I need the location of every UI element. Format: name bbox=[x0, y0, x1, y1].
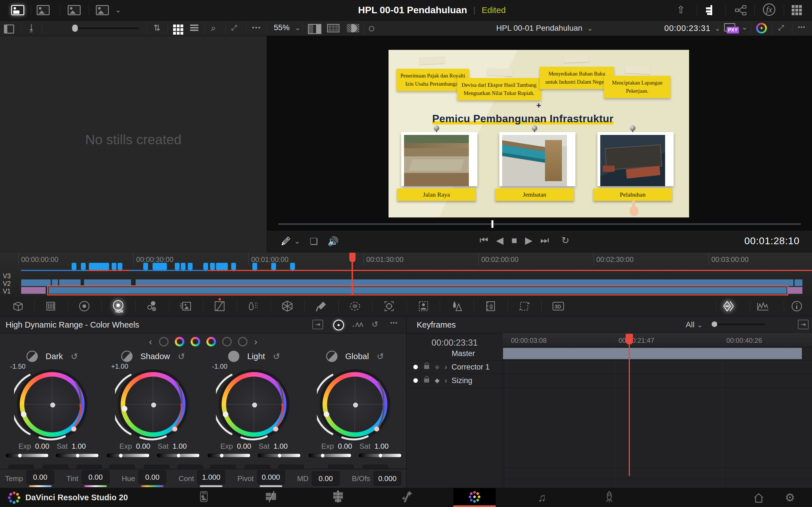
saturation-slider[interactable] bbox=[359, 453, 402, 457]
settings-gear-icon[interactable]: ⚙ bbox=[785, 491, 795, 504]
resolve-fx-enhance-icon[interactable]: ✦ bbox=[756, 23, 767, 34]
wheel-zone-icon[interactable] bbox=[228, 351, 239, 362]
info-panel-icon[interactable] bbox=[788, 299, 805, 313]
window-picker-icon[interactable] bbox=[313, 299, 330, 313]
page-deliver[interactable] bbox=[588, 488, 630, 507]
wheel-reset-icon[interactable]: ↺ bbox=[71, 351, 78, 361]
wheel-reset-icon[interactable]: ↺ bbox=[377, 351, 384, 361]
v1-clip[interactable] bbox=[49, 287, 786, 294]
power-window-icon[interactable] bbox=[347, 299, 363, 313]
wheel-control[interactable] bbox=[322, 372, 388, 437]
timeline-marker-flag[interactable] bbox=[290, 263, 295, 270]
timeline-marker-flag[interactable] bbox=[175, 263, 180, 270]
viewer-scrubber[interactable] bbox=[267, 217, 812, 230]
saturation-slider[interactable] bbox=[157, 453, 200, 457]
master-keyframe-bar[interactable] bbox=[503, 348, 802, 359]
stop-button[interactable]: ■ bbox=[511, 235, 517, 246]
search-icon[interactable]: ⌕ bbox=[211, 23, 216, 33]
expand-row-icon[interactable]: › bbox=[445, 363, 447, 372]
gallery-panel-toggle-icon[interactable] bbox=[4, 24, 14, 34]
keyframes-filter-select[interactable]: All ⌄ bbox=[686, 320, 703, 329]
split-screen-icon[interactable] bbox=[327, 24, 340, 33]
v2-clip[interactable] bbox=[136, 279, 794, 286]
sizing-icon[interactable] bbox=[516, 299, 532, 313]
v1-clip[interactable] bbox=[788, 287, 802, 294]
thumbnail-size-slider[interactable] bbox=[74, 27, 139, 29]
keyframes-row-corrector1[interactable]: ◆ › Corrector 1 bbox=[407, 361, 503, 373]
keyframes-panel-icon[interactable] bbox=[721, 299, 738, 313]
play-reverse-button[interactable]: ◀ bbox=[496, 235, 504, 246]
first-frame-button[interactable]: ⏮ bbox=[479, 235, 488, 246]
viewer-timeline-select[interactable]: HPL 00-01 Pendahuluan ⌄ bbox=[496, 24, 593, 33]
v2-clip[interactable] bbox=[795, 279, 802, 286]
v2-clip[interactable] bbox=[59, 279, 81, 286]
dock-panel-icon[interactable]: ⇥ bbox=[312, 320, 323, 329]
grab-still-icon[interactable] bbox=[11, 5, 24, 15]
project-home-icon[interactable] bbox=[752, 492, 765, 505]
v2-clip[interactable] bbox=[21, 279, 51, 286]
timeline-marker-flag[interactable] bbox=[117, 263, 122, 270]
list-view-icon[interactable] bbox=[190, 23, 199, 32]
album-icon[interactable] bbox=[96, 5, 109, 15]
saturation-slider[interactable] bbox=[258, 453, 301, 457]
waveform-mode-icon[interactable]: ᎐ᴧᴧ bbox=[351, 320, 363, 329]
stills-icon[interactable] bbox=[68, 5, 81, 15]
expand-gallery-icon[interactable]: ⤢ bbox=[231, 23, 237, 32]
viewer-options-icon[interactable]: ••• bbox=[798, 24, 806, 31]
viewer-zoom-select[interactable]: 55% ⌄ bbox=[274, 23, 301, 32]
hdr-wheels-icon[interactable]: HDR bbox=[110, 299, 126, 313]
stereo-3d-icon[interactable]: 3D bbox=[550, 299, 567, 313]
magic-mask-icon[interactable] bbox=[415, 299, 432, 313]
zone-next-icon[interactable]: › bbox=[254, 336, 257, 347]
color-picker-icon[interactable]: 🖉 bbox=[281, 236, 291, 247]
expand-row-icon[interactable]: › bbox=[445, 376, 447, 385]
key-icon[interactable] bbox=[482, 299, 499, 313]
v2-clip[interactable] bbox=[84, 279, 131, 286]
wheel-zone-icon[interactable] bbox=[27, 351, 38, 362]
thumbnail-size-knob[interactable] bbox=[72, 24, 78, 32]
wheel-zone-dot[interactable] bbox=[206, 337, 216, 346]
row-enable-dot[interactable] bbox=[413, 378, 418, 383]
page-media[interactable] bbox=[183, 488, 225, 507]
row-enable-dot[interactable] bbox=[413, 365, 418, 369]
color-wheels-icon[interactable] bbox=[76, 299, 93, 313]
timeline-marker-flag[interactable] bbox=[223, 263, 228, 270]
keyframes-row-master[interactable]: Master bbox=[407, 348, 503, 359]
saturation-slider[interactable] bbox=[56, 453, 99, 457]
page-edit[interactable] bbox=[317, 488, 360, 507]
viewer-timecode-group[interactable]: 00:00:23:31 ⌄ bbox=[664, 24, 721, 33]
play-forward-button[interactable]: ▶ bbox=[525, 235, 532, 246]
keyframe-diamond-icon[interactable]: ◆ bbox=[435, 363, 440, 371]
gallery-icon[interactable] bbox=[37, 5, 50, 15]
keyframes-row-sizing[interactable]: ◆ › Sizing bbox=[407, 374, 503, 387]
keyframes-zoom-slider[interactable] bbox=[714, 324, 765, 325]
wheel-zone-icon[interactable] bbox=[326, 351, 338, 362]
wheel-zone-dot[interactable] bbox=[159, 337, 168, 346]
scopes-panel-icon[interactable] bbox=[755, 299, 771, 313]
reset-panel-icon[interactable]: ↺ bbox=[371, 320, 378, 329]
timeline-marker-flag[interactable] bbox=[203, 263, 208, 270]
v2-clip[interactable] bbox=[52, 279, 58, 286]
blur-icon[interactable] bbox=[448, 299, 465, 313]
footer-value-field[interactable]: 0.00 bbox=[27, 470, 54, 484]
viewer-expand-icon[interactable]: ⤢ bbox=[778, 23, 784, 32]
motion-effects-icon[interactable] bbox=[177, 299, 194, 313]
page-cut[interactable] bbox=[250, 488, 292, 507]
wheel-control[interactable] bbox=[20, 372, 85, 437]
timeline-marker-flag[interactable] bbox=[112, 263, 116, 270]
export-icon[interactable]: ⇧ bbox=[677, 4, 685, 16]
zone-prev-icon[interactable]: ‹ bbox=[149, 336, 152, 347]
footer-value-field[interactable]: 0.000 bbox=[373, 471, 401, 486]
viewer-playhead[interactable] bbox=[492, 220, 493, 228]
wipe-mode-icon[interactable] bbox=[308, 24, 321, 34]
tracker-icon[interactable] bbox=[380, 299, 398, 313]
keyframes-zoom-knob[interactable] bbox=[712, 321, 717, 327]
timeline-marker-flag[interactable] bbox=[162, 263, 167, 270]
lock-icon[interactable] bbox=[424, 379, 429, 383]
curves-icon[interactable] bbox=[211, 299, 228, 313]
footer-value-field[interactable]: 0.00 bbox=[82, 470, 109, 484]
highlight-icon[interactable] bbox=[347, 24, 359, 33]
page-fusion[interactable] bbox=[386, 488, 428, 507]
bypass-dot-icon[interactable] bbox=[369, 26, 374, 32]
effects-fx-icon[interactable]: fx bbox=[763, 3, 775, 16]
